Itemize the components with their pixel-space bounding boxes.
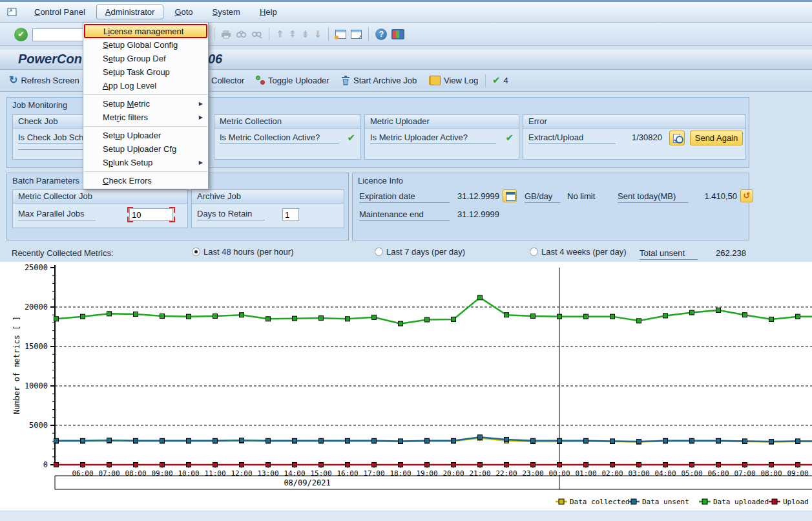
date-picker-button[interactable] [503, 189, 517, 202]
error-header: Error [523, 115, 745, 129]
metric-collection-header: Metric Collection [214, 115, 360, 129]
extract-upload-label: Extract/Upload [528, 133, 616, 144]
shortcut-icon[interactable]: ↗ [351, 30, 362, 39]
toolbar-separator [328, 28, 329, 41]
metrics-period-bar: Recently Collected Metrics: Last 48 hour… [0, 244, 812, 261]
menu-item-app-log-level[interactable]: App Log Level [83, 79, 208, 92]
licence-info-group: Licence Info Expiration date 31.12.9999 … [352, 173, 749, 240]
refresh-sent-button[interactable]: ↺ [740, 189, 753, 202]
menu-goto[interactable]: Goto [166, 5, 201, 19]
new-session-icon[interactable] [335, 30, 346, 39]
page-title-left: PowerCon [18, 52, 82, 67]
metrics-chart: 050001000015000200002500006:0007:0008:00… [0, 262, 812, 511]
svg-text:08:00: 08:00 [760, 469, 782, 478]
page-down-icon[interactable]: ⇟ [301, 27, 309, 41]
menu-item-metric-filters[interactable]: Metric filters▶ [83, 111, 208, 124]
max-parallel-jobs-input[interactable] [129, 208, 173, 221]
radio-last-48-hours[interactable]: Last 48 hours (per hour) [192, 247, 293, 257]
svg-text:Data unsent: Data unsent [642, 498, 689, 506]
status-ok-icon: ✔ [505, 132, 514, 144]
svg-text:05:00: 05:00 [681, 469, 702, 478]
check-icon: ✔ [492, 74, 501, 86]
log-icon [429, 76, 441, 85]
svg-text:22:00: 22:00 [495, 469, 517, 478]
first-page-icon[interactable]: ⇑ [276, 27, 284, 41]
enter-button[interactable]: ✔ [14, 28, 28, 41]
window-menu-icon[interactable] [6, 7, 18, 17]
menu-separator [84, 94, 207, 95]
job-count-indicator: ✔ 4 [492, 74, 508, 87]
customize-layout-icon[interactable] [391, 29, 404, 39]
expiration-date-value: 31.12.9999 [457, 191, 499, 201]
menu-item-setup-uploader[interactable]: Setup Uploader [83, 129, 208, 142]
menu-item-setup-global-config[interactable]: Setup Global Config [83, 38, 208, 52]
svg-text:21:00: 21:00 [469, 469, 490, 478]
collector-button[interactable]: Collector [211, 74, 244, 87]
max-parallel-jobs-field [127, 207, 175, 222]
menu-help[interactable]: Help [251, 5, 286, 19]
svg-text:11:00: 11:00 [204, 469, 225, 478]
svg-text:02:00: 02:00 [601, 469, 623, 478]
menu-item-setup-uploader-cfg[interactable]: Setup Uploader Cfg [83, 142, 208, 156]
svg-text:0: 0 [43, 460, 48, 469]
svg-text:Upload Error: Upload Error [783, 498, 812, 506]
page-up-icon[interactable]: ⇞ [289, 27, 297, 41]
radio-dot [530, 248, 538, 256]
svg-text:15000: 15000 [25, 342, 48, 351]
menu-item-setup-task-group[interactable]: Setup Task Group [83, 65, 208, 79]
toggle-uploader-button[interactable]: Toggle Uploader [256, 74, 329, 87]
menu-item-setup-group-def[interactable]: Setup Group Def [83, 52, 208, 65]
svg-text:5000: 5000 [29, 421, 48, 430]
toolbar-separator [485, 74, 486, 87]
batch-parameters-title: Batch Parameters [12, 176, 79, 186]
sync-icon: ↺ [744, 191, 751, 200]
administrator-dropdown: License managementSetup Global ConfigSet… [83, 22, 209, 189]
svg-text:Data collected: Data collected [570, 498, 630, 506]
radio-dot [375, 248, 383, 256]
svg-text:09:00: 09:00 [151, 469, 172, 478]
svg-text:10:00: 10:00 [178, 469, 199, 478]
svg-text:23:00: 23:00 [522, 469, 543, 478]
svg-text:06:00: 06:00 [72, 469, 93, 478]
menu-item-check-errors[interactable]: Check Errors [83, 174, 208, 187]
archive-job-header: Archive Job [192, 190, 344, 204]
svg-text:06:00: 06:00 [707, 469, 729, 478]
svg-text:Data uploaded: Data uploaded [713, 498, 769, 506]
svg-text:08/09/2021: 08/09/2021 [284, 478, 330, 487]
menu-control-panel[interactable]: Control Panel [26, 5, 94, 19]
menu-administrator[interactable]: Administrator [96, 5, 164, 19]
svg-text:14:00: 14:00 [284, 469, 305, 478]
svg-text:18:00: 18:00 [390, 469, 411, 478]
find-next-icon[interactable] [251, 30, 262, 39]
svg-text:01:00: 01:00 [575, 469, 596, 478]
toolbar-separator [269, 28, 269, 41]
last-page-icon[interactable]: ⇓ [314, 27, 322, 41]
maintenance-end-label: Maintenance end [359, 209, 450, 221]
metric-collector-job-panel: Metric Collector Job Max Parallel Jobs [12, 189, 188, 228]
send-again-button[interactable]: Send Again [690, 131, 743, 145]
svg-text:10000: 10000 [25, 381, 48, 390]
view-log-button[interactable]: View Log [429, 74, 478, 87]
trash-icon [341, 76, 350, 85]
menu-item-license-management[interactable]: License management [84, 24, 207, 38]
radio-dot [192, 248, 200, 256]
radio-last-4-weeks[interactable]: Last 4 weeks (per day) [530, 247, 627, 257]
start-archive-job-button[interactable]: Start Archive Job [341, 74, 417, 87]
menu-item-splunk-setup[interactable]: Splunk Setup▶ [83, 156, 208, 169]
metric-collector-job-header: Metric Collector Job [13, 190, 187, 204]
total-unsent-label: Total unsent [640, 248, 698, 260]
toolbar-separator [214, 28, 214, 41]
print-icon[interactable] [221, 30, 231, 39]
svg-text:Number of metrics [ ]: Number of metrics [ ] [12, 316, 21, 414]
radio-last-7-days[interactable]: Last 7 days (per day) [375, 247, 465, 257]
find-icon[interactable] [236, 30, 247, 39]
help-icon[interactable]: ? [375, 28, 387, 40]
refresh-screen-button[interactable]: ↻ Refresh Screen [9, 74, 79, 87]
days-to-retain-input[interactable] [282, 208, 299, 221]
extract-upload-value: 1/30820 [623, 133, 662, 142]
error-log-button[interactable] [669, 131, 685, 145]
svg-text:04:00: 04:00 [654, 469, 676, 478]
svg-text:17:00: 17:00 [363, 469, 384, 478]
menu-item-setup-metric[interactable]: Setup Metric▶ [83, 97, 208, 111]
menu-system[interactable]: System [204, 5, 249, 19]
